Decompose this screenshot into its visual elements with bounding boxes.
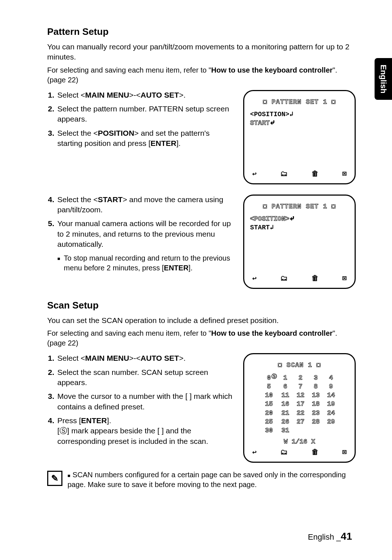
t: ].	[107, 416, 111, 425]
back-icon: ↩	[252, 169, 257, 179]
scan-cell: 9	[323, 382, 339, 391]
pattern-step-2: Select the pattern number. PATTERN setup…	[48, 104, 237, 124]
scan-step-4: Press [ENTER]. [Ⓢ] mark appears beside t…	[48, 416, 237, 446]
language-tab: English	[375, 58, 392, 100]
footer-page: 41	[341, 531, 352, 542]
t: MAIN MENU	[85, 354, 129, 362]
pattern-step-3: Select the <POSITION> and set the patter…	[48, 128, 237, 149]
scan-cell: 0Ⓢ	[260, 373, 278, 382]
pattern-step-4: Select the <START> and move the camera u…	[48, 195, 237, 215]
panel1-start: START⤶	[250, 119, 349, 127]
scan-cell: 20	[260, 409, 278, 417]
pattern-panel-1: ◘ PATTERN SET 1 ◘ <POSITION>↲ START⤶ ↩ 🗂…	[243, 90, 356, 184]
scan-cell: 12	[293, 391, 308, 400]
pattern-subnote: For selecting and saving each menu item,…	[47, 65, 356, 85]
note-icon: ✎	[47, 471, 62, 486]
t: For selecting and saving each menu item,…	[47, 329, 211, 337]
close-icon: ⊠	[342, 169, 347, 179]
t: Press [	[57, 416, 81, 425]
panel1-position: <POSITION>↲	[250, 110, 349, 119]
scan-cell	[308, 426, 323, 435]
t: MAIN MENU	[85, 91, 129, 99]
t: How to use the keyboard controller	[211, 329, 333, 337]
save-icon: 🗂	[280, 169, 287, 179]
footer-lang: English _	[308, 532, 341, 541]
t: AUTO SET	[140, 354, 179, 362]
scan-cell: 21	[278, 409, 293, 417]
scan-cell: 7	[293, 382, 308, 391]
panel1-title: ◘ PATTERN SET 1 ◘	[250, 98, 349, 106]
bullet-icon: ■	[68, 473, 70, 478]
scan-cell: 1	[278, 373, 293, 382]
scan-cell	[323, 426, 339, 435]
t: POSITION	[98, 129, 134, 137]
close-icon: ⊠	[342, 274, 347, 283]
scan-cell: 13	[308, 391, 323, 400]
scan-cell: 16	[278, 400, 293, 408]
scan-cell: 4	[323, 373, 339, 382]
scan-step-3: Move the cursor to a number with the [ ]…	[48, 391, 237, 412]
pattern-panel-2: ◘ PATTERN SET 1 ◘ <POSITION>⤶ START↲ ↩ 🗂…	[243, 195, 356, 289]
t: To stop manual recording and return to t…	[64, 254, 230, 272]
scan-cell: 18	[308, 400, 323, 408]
scan-setup-heading: Scan Setup	[47, 299, 356, 312]
panel2-position: <POSITION>⤶	[250, 214, 349, 223]
scan-cell: 26	[278, 417, 293, 426]
trash-icon: 🗑	[311, 169, 319, 179]
t: Select the <	[57, 195, 98, 204]
pattern-subnote-a: For selecting and saving each menu item,…	[47, 66, 211, 74]
scan-cell: 17	[293, 400, 308, 408]
scan-cell: 2	[293, 373, 308, 382]
t: ].	[188, 264, 192, 272]
save-icon: 🗂	[280, 274, 287, 283]
scan-cell: 28	[308, 417, 323, 426]
scan-cell: 15	[260, 400, 278, 408]
t: Select the <	[57, 129, 98, 137]
pattern-step-5: Your manual camera actions will be recor…	[48, 218, 237, 249]
t: >.	[179, 91, 185, 99]
pattern-step-5-note: ■ To stop manual recording and return to…	[57, 253, 237, 273]
panel2-start: START↲	[250, 223, 349, 232]
t: ENTER	[81, 416, 107, 425]
t: ENTER	[164, 264, 189, 272]
scan-subnote: For selecting and saving each menu item,…	[47, 328, 356, 348]
t: ENTER	[151, 139, 176, 147]
t: Select <	[57, 91, 85, 99]
t: Select <	[57, 354, 85, 362]
t: AUTO SET	[140, 91, 179, 99]
scan-table: 0Ⓢ12345678910111213141516171819202122232…	[260, 373, 339, 435]
scan-cell: 30	[260, 426, 278, 435]
scan-cell: 24	[323, 409, 339, 417]
pattern-intro: You can manually record your pan/tilt/zo…	[47, 42, 356, 62]
scan-cell: 31	[278, 426, 293, 435]
t: SCAN numbers configured for a certain pa…	[68, 471, 346, 489]
scan-cell: 11	[278, 391, 293, 400]
t: >-<	[129, 354, 141, 362]
scan-panel-title: ◘ SCAN 1 ◘	[250, 361, 349, 369]
scan-cell: 8	[308, 382, 323, 391]
t: ].	[176, 139, 181, 147]
scan-cell: 6	[278, 382, 293, 391]
back-icon: ↩	[252, 274, 257, 283]
t: [Ⓢ] mark appears beside the [ ] and the …	[57, 426, 208, 445]
t: >.	[179, 354, 185, 362]
scan-panel: ◘ SCAN 1 ◘ 0Ⓢ123456789101112131415161718…	[243, 353, 356, 463]
scan-cell: 5	[260, 382, 278, 391]
pattern-subnote-b: How to use the keyboard controller	[211, 66, 333, 74]
t: START	[98, 195, 123, 204]
trash-icon: 🗑	[311, 274, 319, 283]
page-footer: English _41	[308, 530, 352, 543]
scan-cell: 23	[308, 409, 323, 417]
scan-cell: 10	[260, 391, 278, 400]
scan-intro: You can set the SCAN operation to includ…	[47, 315, 356, 326]
scan-cell: 25	[260, 417, 278, 426]
scan-note: ■SCAN numbers configured for a certain p…	[68, 470, 356, 490]
trash-icon: 🗑	[311, 447, 319, 457]
scan-cell: 14	[323, 391, 339, 400]
t: >-<	[129, 91, 141, 99]
pattern-step-1: Select <MAIN MENU>-<AUTO SET>.	[48, 90, 237, 100]
bullet-icon: ■	[57, 256, 60, 273]
scan-cell: 3	[308, 373, 323, 382]
scan-pager: W 1/16 X	[250, 437, 349, 446]
close-icon: ⊠	[342, 447, 347, 457]
